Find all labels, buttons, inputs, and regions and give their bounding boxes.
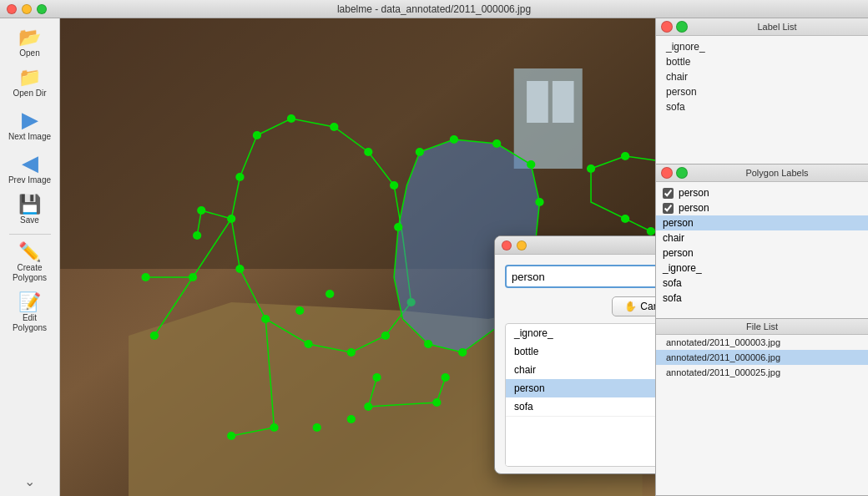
svg-point-27 <box>416 148 424 156</box>
polygon-labels-panel: Polygon Labels personpersonpersonchairpe… <box>656 164 868 319</box>
file-list-item[interactable]: annotated/2011_000006.jpg <box>656 350 868 365</box>
maximize-button[interactable] <box>37 4 47 14</box>
more-tools-icon[interactable]: ⌄ <box>24 473 35 489</box>
label-input[interactable] <box>505 265 655 288</box>
svg-point-34 <box>424 340 432 348</box>
svg-rect-4 <box>527 81 548 123</box>
window-controls[interactable] <box>7 4 47 14</box>
svg-point-11 <box>390 181 398 190</box>
svg-point-18 <box>227 215 235 223</box>
polygon-label-text: chair <box>663 232 684 244</box>
label-list-panel: Label List _ignore_ bottle chair person … <box>656 18 868 164</box>
polygon-list-item[interactable]: person <box>656 200 868 215</box>
dialog-list-item[interactable]: sofa <box>506 397 655 416</box>
createpoly-label: CreatePolygons <box>13 263 47 283</box>
right-panels: Label List _ignore_ bottle chair person … <box>655 18 868 496</box>
polygon-list-item[interactable]: person <box>656 245 868 261</box>
list-item[interactable]: sofa <box>656 99 868 114</box>
polygon-list-item[interactable]: sofa <box>656 291 868 306</box>
svg-point-62 <box>313 423 321 432</box>
createpoly-tool[interactable]: ✏️ CreatePolygons <box>3 240 57 286</box>
polygon-list-item[interactable]: person <box>656 185 868 200</box>
cancel-icon: ✋ <box>624 301 637 312</box>
main-layout: 📂 Open 📁 Open Dir ▶ Next Image ◀ Prev Im… <box>0 18 868 496</box>
svg-point-49 <box>647 227 655 235</box>
polygon-label-text: sofa <box>663 277 682 289</box>
list-item[interactable]: bottle <box>656 54 868 69</box>
file-list-item[interactable]: annotated/2011_000003.jpg <box>656 335 868 350</box>
label-list-expand-button[interactable] <box>676 21 688 33</box>
previmg-label: Prev Image <box>8 175 51 185</box>
svg-point-51 <box>326 290 334 298</box>
label-list: _ignore_ bottle chair person sofa <box>656 36 868 159</box>
svg-point-33 <box>458 348 467 357</box>
polygon-list-item[interactable]: chair <box>656 230 868 245</box>
svg-point-15 <box>304 340 312 348</box>
opendir-label: Open Dir <box>13 89 46 99</box>
svg-point-19 <box>235 173 244 181</box>
dialog-list-item[interactable]: chair <box>506 361 655 379</box>
polygon-labels-list: personpersonpersonchairperson_ignore_sof… <box>656 182 868 311</box>
svg-point-10 <box>364 148 372 156</box>
open-icon: 📂 <box>18 28 41 47</box>
save-icon: 💾 <box>18 195 41 214</box>
open-tool[interactable]: 📂 Open <box>3 25 57 62</box>
label-suggestions-list: _ignore_ bottle chair person sofa <box>505 323 655 467</box>
polygon-list-item[interactable]: _ignore_ <box>656 261 868 276</box>
list-item[interactable]: chair <box>656 69 868 84</box>
nextimg-label: Next Image <box>8 132 51 142</box>
cancel-label: Cancel <box>640 301 655 312</box>
svg-point-28 <box>450 135 458 144</box>
polygon-label-text: _ignore_ <box>663 262 702 274</box>
dialog-list-item-active[interactable]: person <box>506 379 655 397</box>
svg-point-31 <box>535 198 543 206</box>
label-list-header: Label List <box>656 18 868 36</box>
polygon-label-text: person <box>663 217 694 229</box>
createpoly-icon: ✏️ <box>18 243 41 261</box>
minimize-button[interactable] <box>22 4 32 14</box>
label-dialog[interactable]: ✋ Cancel ✓ OK _ignore_ bottle chair pers… <box>494 235 655 474</box>
polygon-label-text: person <box>679 202 709 214</box>
label-list-close-button[interactable] <box>661 21 673 33</box>
opendir-icon: 📁 <box>18 68 41 87</box>
polygon-label-text: sofa <box>663 292 682 304</box>
file-list-title: File List <box>661 321 863 332</box>
dialog-close-button[interactable] <box>502 240 512 251</box>
svg-point-29 <box>492 139 501 148</box>
dialog-titlebar <box>495 236 655 255</box>
previmg-tool[interactable]: ◀ Prev Image <box>3 149 57 189</box>
previmg-icon: ◀ <box>22 152 38 174</box>
toolbar: 📂 Open 📁 Open Dir ▶ Next Image ◀ Prev Im… <box>0 18 60 496</box>
dialog-list-item[interactable]: bottle <box>506 342 655 361</box>
file-list-header: File List <box>656 319 868 335</box>
polygon-checkbox[interactable] <box>663 203 674 214</box>
close-button[interactable] <box>7 4 17 14</box>
nextimg-tool[interactable]: ▶ Next Image <box>3 105 57 145</box>
svg-point-7 <box>253 131 261 139</box>
polygon-labels-expand-button[interactable] <box>676 167 688 179</box>
svg-point-8 <box>287 114 295 123</box>
polygon-list-item[interactable]: person <box>656 215 868 230</box>
polygon-labels-close-button[interactable] <box>661 167 673 179</box>
polygon-list-item[interactable]: sofa <box>656 276 868 291</box>
titlebar: labelme - data_annotated/2011_000006.jpg <box>0 0 868 18</box>
dialog-list-footer <box>506 416 655 466</box>
opendir-tool[interactable]: 📁 Open Dir <box>3 65 57 102</box>
svg-point-9 <box>330 123 338 131</box>
toolbar-divider <box>9 234 51 235</box>
canvas-area[interactable]: ✋ Cancel ✓ OK _ignore_ bottle chair pers… <box>60 18 655 496</box>
dialog-min-button[interactable] <box>517 240 527 251</box>
editpoly-tool[interactable]: 📝 Edit Polygons <box>3 290 57 337</box>
polygon-checkbox[interactable] <box>663 188 674 199</box>
window-title: labelme - data_annotated/2011_000006.jpg <box>337 3 531 15</box>
cancel-button[interactable]: ✋ Cancel <box>612 296 655 316</box>
list-item[interactable]: person <box>656 84 868 99</box>
file-list-item[interactable]: annotated/2011_000025.jpg <box>656 365 868 380</box>
svg-point-17 <box>235 265 244 273</box>
open-label: Open <box>19 48 39 58</box>
svg-point-14 <box>347 348 356 357</box>
save-tool[interactable]: 💾 Save <box>3 192 57 229</box>
svg-point-61 <box>347 415 356 423</box>
dialog-list-item[interactable]: _ignore_ <box>506 324 655 342</box>
list-item[interactable]: _ignore_ <box>656 39 868 54</box>
